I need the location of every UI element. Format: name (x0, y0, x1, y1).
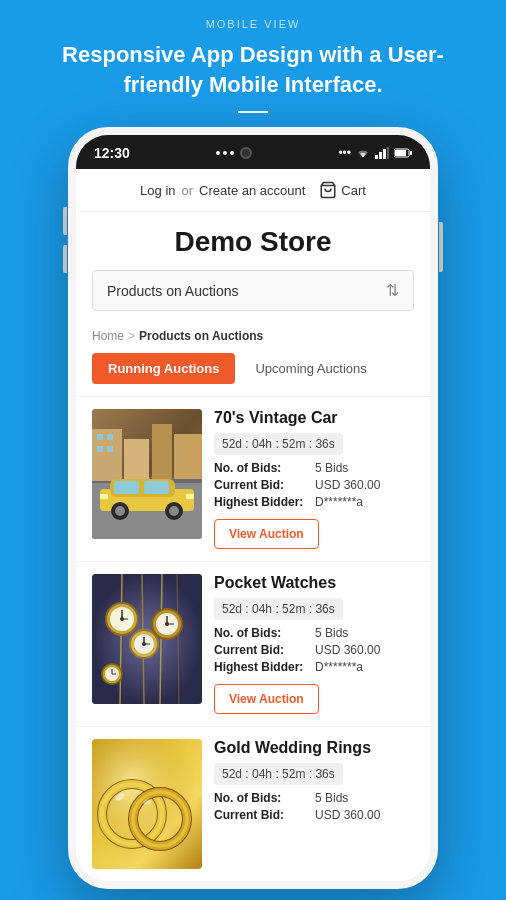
highest-bidder-value-car: D*******a (315, 495, 363, 509)
cart-button[interactable]: Cart (319, 181, 366, 199)
power-button[interactable] (439, 222, 443, 272)
breadcrumb-current: Products on Auctions (139, 329, 263, 343)
product-info-watches: Pocket Watches 52d : 04h : 52m : 36s No.… (214, 574, 414, 714)
login-link[interactable]: Log in (140, 183, 175, 198)
nav-or-text: or (182, 183, 194, 198)
svg-rect-16 (97, 434, 103, 440)
volume-down-button[interactable] (63, 245, 67, 273)
tabs-container: Running Auctions Upcoming Auctions (76, 353, 430, 396)
dropdown-wrapper: Products on Auctions ⇅ (76, 270, 430, 323)
bids-label-watches: No. of Bids: (214, 626, 309, 640)
cart-icon (319, 181, 337, 199)
current-bid-row-watches: Current Bid: USD 360.00 (214, 643, 414, 657)
svg-rect-3 (387, 147, 389, 159)
product-card-watches: Pocket Watches 52d : 04h : 52m : 36s No.… (76, 561, 430, 726)
phone-content: Log in or Create an account Cart Demo St… (76, 169, 430, 881)
product-image-car (92, 409, 202, 539)
svg-rect-22 (114, 481, 139, 494)
battery-icon (394, 148, 412, 158)
current-bid-label-rings: Current Bid: (214, 808, 309, 822)
product-details-rings: No. of Bids: 5 Bids Current Bid: USD 360… (214, 791, 414, 822)
highest-bidder-row-car: Highest Bidder: D*******a (214, 495, 414, 509)
svg-point-25 (115, 506, 125, 516)
bids-value-car: 5 Bids (315, 461, 348, 475)
highest-bidder-value-watches: D*******a (315, 660, 363, 674)
phone-frame: 12:30 ••• (68, 127, 438, 889)
view-auction-button-car[interactable]: View Auction (214, 519, 319, 549)
hero-divider (238, 111, 268, 113)
svg-rect-29 (186, 494, 194, 499)
svg-point-27 (169, 506, 179, 516)
bids-row-rings: No. of Bids: 5 Bids (214, 791, 414, 805)
notch-dot (230, 151, 234, 155)
ellipsis-icon: ••• (338, 146, 351, 160)
signal-icon (375, 147, 389, 159)
tab-upcoming-auctions[interactable]: Upcoming Auctions (245, 353, 376, 384)
product-title-rings: Gold Wedding Rings (214, 739, 414, 757)
svg-rect-13 (124, 439, 149, 479)
bids-label-rings: No. of Bids: (214, 791, 309, 805)
view-auction-button-watches[interactable]: View Auction (214, 684, 319, 714)
status-bar: 12:30 ••• (76, 135, 430, 169)
highest-bidder-row-watches: Highest Bidder: D*******a (214, 660, 414, 674)
bids-row-watches: No. of Bids: 5 Bids (214, 626, 414, 640)
timer-badge-car: 52d : 04h : 52m : 36s (214, 433, 343, 455)
svg-rect-5 (395, 150, 406, 156)
svg-rect-1 (379, 152, 382, 159)
current-bid-value-car: USD 360.00 (315, 478, 380, 492)
current-bid-label-watches: Current Bid: (214, 643, 309, 657)
top-label: MOBILE VIEW (206, 18, 301, 30)
svg-rect-19 (107, 446, 113, 452)
current-bid-label-car: Current Bid: (214, 478, 309, 492)
current-bid-row-rings: Current Bid: USD 360.00 (214, 808, 414, 822)
product-card-car: 70's Vintage Car 52d : 04h : 52m : 36s N… (76, 396, 430, 561)
hero-text: Responsive App Design with a User-friend… (30, 40, 476, 99)
car-illustration (92, 409, 202, 539)
product-info-car: 70's Vintage Car 52d : 04h : 52m : 36s N… (214, 409, 414, 549)
svg-rect-0 (375, 155, 378, 159)
camera (240, 147, 252, 159)
bids-label-car: No. of Bids: (214, 461, 309, 475)
notch-dot (223, 151, 227, 155)
highest-bidder-label-car: Highest Bidder: (214, 495, 309, 509)
dropdown-label: Products on Auctions (107, 283, 239, 299)
wifi-icon (356, 147, 370, 159)
product-image-watches (92, 574, 202, 704)
timer-badge-watches: 52d : 04h : 52m : 36s (214, 598, 343, 620)
notch-dot (216, 151, 220, 155)
status-time: 12:30 (94, 145, 130, 161)
svg-rect-14 (152, 424, 172, 479)
tab-running-auctions[interactable]: Running Auctions (92, 353, 235, 384)
nav-bar: Log in or Create an account Cart (76, 169, 430, 212)
svg-rect-28 (100, 494, 108, 499)
highest-bidder-label-watches: Highest Bidder: (214, 660, 309, 674)
volume-up-button[interactable] (63, 207, 67, 235)
bids-value-rings: 5 Bids (315, 791, 348, 805)
product-title-watches: Pocket Watches (214, 574, 414, 592)
product-details-watches: No. of Bids: 5 Bids Current Bid: USD 360… (214, 626, 414, 674)
category-dropdown[interactable]: Products on Auctions ⇅ (92, 270, 414, 311)
svg-rect-17 (107, 434, 113, 440)
create-account-link[interactable]: Create an account (199, 183, 305, 198)
breadcrumb-home[interactable]: Home (92, 329, 124, 343)
store-title: Demo Store (76, 212, 430, 270)
product-image-rings (92, 739, 202, 869)
breadcrumb-separator: > (128, 329, 135, 343)
svg-rect-15 (174, 434, 202, 479)
dropdown-arrow-icon: ⇅ (386, 281, 399, 300)
current-bid-value-watches: USD 360.00 (315, 643, 380, 657)
product-card-rings: Gold Wedding Rings 52d : 04h : 52m : 36s… (76, 726, 430, 881)
product-info-rings: Gold Wedding Rings 52d : 04h : 52m : 36s… (214, 739, 414, 869)
svg-rect-2 (383, 149, 386, 159)
breadcrumb: Home > Products on Auctions (76, 323, 430, 353)
timer-badge-rings: 52d : 04h : 52m : 36s (214, 763, 343, 785)
product-title-car: 70's Vintage Car (214, 409, 414, 427)
svg-rect-18 (97, 446, 103, 452)
cart-label: Cart (341, 183, 366, 198)
current-bid-value-rings: USD 360.00 (315, 808, 380, 822)
bids-row-car: No. of Bids: 5 Bids (214, 461, 414, 475)
rings-illustration (92, 739, 202, 869)
notch-area (216, 147, 252, 159)
watches-illustration (92, 574, 202, 704)
current-bid-row-car: Current Bid: USD 360.00 (214, 478, 414, 492)
